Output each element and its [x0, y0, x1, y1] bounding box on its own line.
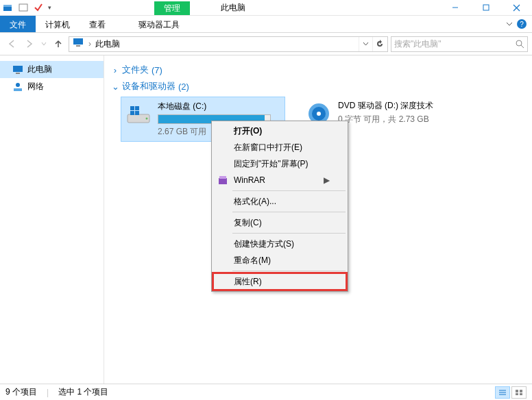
- qat-item-1-icon[interactable]: [18, 2, 29, 13]
- search-icon[interactable]: [516, 40, 524, 49]
- close-button[interactable]: [501, 0, 532, 15]
- navigation-pane: 此电脑 网络: [0, 55, 104, 384]
- winrar-icon: [217, 175, 228, 186]
- tab-computer[interactable]: 计算机: [36, 16, 80, 32]
- group-label: 设备和驱动器: [122, 80, 176, 92]
- search-input[interactable]: [394, 39, 516, 49]
- breadcrumb-root[interactable]: 此电脑: [93, 38, 123, 50]
- status-bar: 9 个项目 | 选中 1 个项目: [0, 384, 532, 400]
- menu-item-open-new-window[interactable]: 在新窗口中打开(E): [213, 139, 346, 155]
- sidebar-item-this-pc[interactable]: 此电脑: [0, 61, 104, 78]
- minimize-button[interactable]: [439, 0, 470, 15]
- maximize-button[interactable]: [470, 0, 501, 15]
- group-header-folders[interactable]: › 文件夹 (7): [111, 64, 525, 76]
- hdd-icon: [125, 101, 152, 128]
- refresh-button[interactable]: [372, 37, 386, 51]
- menu-item-create-shortcut[interactable]: 创建快捷方式(S): [213, 236, 346, 252]
- tab-file[interactable]: 文件: [0, 16, 36, 32]
- navigation-bar: › 此电脑: [0, 33, 532, 55]
- svg-rect-30: [520, 390, 522, 392]
- svg-rect-18: [130, 111, 134, 115]
- address-bar[interactable]: › 此电脑: [69, 36, 388, 52]
- status-selected-count: 选中 1 个项目: [58, 386, 108, 398]
- system-menu-icon[interactable]: [0, 0, 15, 15]
- svg-rect-29: [516, 390, 518, 392]
- svg-point-13: [16, 83, 20, 87]
- svg-point-20: [146, 118, 148, 120]
- sidebar-item-network[interactable]: 网络: [0, 78, 104, 95]
- back-button[interactable]: [4, 36, 19, 51]
- this-pc-icon: [73, 38, 85, 50]
- svg-rect-1: [3, 5, 12, 7]
- svg-rect-31: [516, 393, 518, 395]
- svg-point-23: [317, 112, 321, 116]
- drive-free-text: 0 字节 可用，共 2.73 GB: [338, 114, 433, 125]
- menu-item-format[interactable]: 格式化(A)...: [213, 193, 346, 210]
- address-dropdown-icon[interactable]: [359, 37, 372, 51]
- group-count: (2): [178, 82, 189, 92]
- svg-rect-12: [16, 73, 20, 74]
- qat-dropdown-icon[interactable]: ▾: [48, 4, 51, 11]
- menu-separator: [232, 212, 346, 212]
- svg-rect-32: [520, 393, 522, 395]
- sidebar-item-label: 网络: [27, 81, 44, 92]
- this-pc-icon: [12, 65, 23, 75]
- menu-item-copy[interactable]: 复制(C): [213, 214, 346, 231]
- quick-access-toolbar: ▾: [15, 2, 51, 13]
- svg-rect-4: [483, 5, 489, 10]
- drive-name: DVD 驱动器 (D:) 深度技术: [338, 100, 433, 112]
- svg-rect-17: [135, 106, 139, 110]
- forward-button[interactable]: [22, 36, 37, 51]
- svg-rect-19: [135, 111, 139, 115]
- qat-item-2-icon[interactable]: [33, 2, 44, 13]
- svg-rect-24: [219, 178, 227, 184]
- context-menu: 打开(O) 在新窗口中打开(E) 固定到"开始"屏幕(P) WinRAR ▶ 格…: [211, 121, 348, 292]
- svg-point-9: [516, 40, 522, 46]
- svg-rect-14: [14, 88, 22, 91]
- view-details-button[interactable]: [495, 386, 510, 399]
- search-box[interactable]: [391, 36, 528, 52]
- drive-name: 本地磁盘 (C:): [158, 101, 271, 112]
- svg-rect-7: [73, 38, 83, 45]
- menu-item-pin-to-start[interactable]: 固定到"开始"屏幕(P): [213, 155, 346, 172]
- network-icon: [12, 82, 23, 92]
- menu-item-winrar[interactable]: WinRAR ▶: [213, 172, 346, 188]
- svg-rect-8: [76, 45, 80, 47]
- help-icon[interactable]: ?: [517, 19, 527, 29]
- up-button[interactable]: [51, 36, 66, 51]
- menu-item-properties[interactable]: 属性(R): [213, 273, 346, 290]
- view-large-icons-button[interactable]: [511, 386, 527, 399]
- ribbon-tabs: 文件 计算机 查看 驱动器工具 ?: [0, 16, 532, 33]
- tab-drive-tools[interactable]: 驱动器工具: [129, 16, 189, 32]
- menu-separator: [232, 190, 346, 191]
- ribbon-expand-button[interactable]: ?: [500, 16, 532, 32]
- svg-rect-11: [13, 66, 23, 72]
- group-label: 文件夹: [122, 64, 149, 76]
- window-title: 此电脑: [221, 2, 245, 14]
- menu-separator: [232, 271, 346, 271]
- group-count: (7): [152, 65, 162, 75]
- svg-rect-16: [130, 106, 134, 110]
- menu-separator: [232, 233, 346, 234]
- menu-item-rename[interactable]: 重命名(M): [213, 252, 346, 268]
- svg-rect-25: [219, 176, 226, 179]
- tab-view[interactable]: 查看: [80, 16, 115, 32]
- contextual-tab-manage[interactable]: 管理: [154, 1, 190, 15]
- breadcrumb-separator-icon[interactable]: ›: [87, 39, 93, 49]
- submenu-arrow-icon: ▶: [324, 175, 330, 185]
- group-header-devices[interactable]: ⌄ 设备和驱动器 (2): [111, 80, 525, 92]
- sidebar-item-label: 此电脑: [27, 64, 52, 75]
- chevron-right-icon: ›: [111, 65, 119, 75]
- title-bar: ▾ 管理 此电脑: [0, 0, 532, 16]
- chevron-down-icon: ⌄: [111, 82, 119, 92]
- svg-rect-2: [19, 4, 27, 11]
- svg-line-10: [521, 45, 524, 48]
- menu-item-open[interactable]: 打开(O): [213, 123, 346, 139]
- status-item-count: 9 个项目: [5, 386, 37, 398]
- recent-dropdown[interactable]: [40, 36, 48, 51]
